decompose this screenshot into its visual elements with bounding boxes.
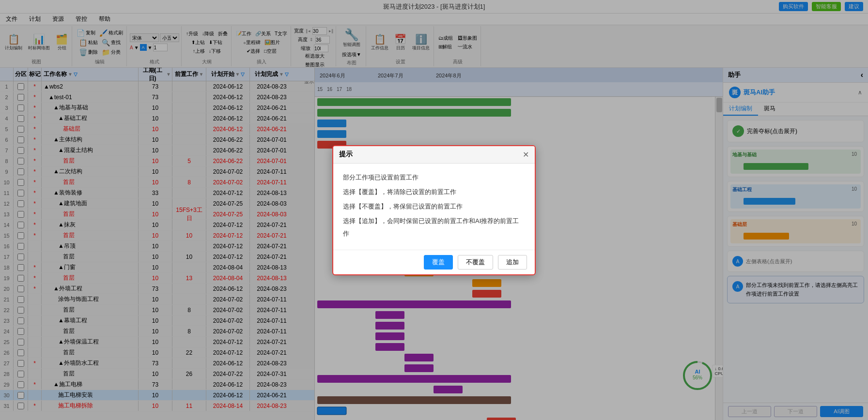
overwrite-button[interactable]: 覆盖 xyxy=(424,255,453,270)
modal-footer: 覆盖 不覆盖 追加 xyxy=(333,250,535,274)
modal-body: 部分工作项已设置前置工作 选择【覆盖】，将清除已设置的前置工作 选择【不覆盖】，… xyxy=(333,164,535,250)
modal-dialog: 提示 ✕ 部分工作项已设置前置工作 选择【覆盖】，将清除已设置的前置工作 选择【… xyxy=(332,145,536,275)
modal-close-button[interactable]: ✕ xyxy=(523,150,529,159)
modal-title: 提示 xyxy=(339,150,353,159)
modal-header: 提示 ✕ xyxy=(333,146,535,164)
modal-line-2: 选择【覆盖】，将清除已设置的前置工作 xyxy=(343,186,525,198)
modal-line-4: 选择【追加】，会同时保留已设置的前置工作和AI推荐的前置工作 xyxy=(343,215,525,240)
modal-line-3: 选择【不覆盖】，将保留已设置的前置工作 xyxy=(343,200,525,213)
modal-overlay[interactable]: 提示 ✕ 部分工作项已设置前置工作 选择【覆盖】，将清除已设置的前置工作 选择【… xyxy=(0,0,868,420)
append-button[interactable]: 追加 xyxy=(498,255,527,270)
no-overwrite-button[interactable]: 不覆盖 xyxy=(458,255,493,270)
modal-line-1: 部分工作项已设置前置工作 xyxy=(343,171,525,184)
